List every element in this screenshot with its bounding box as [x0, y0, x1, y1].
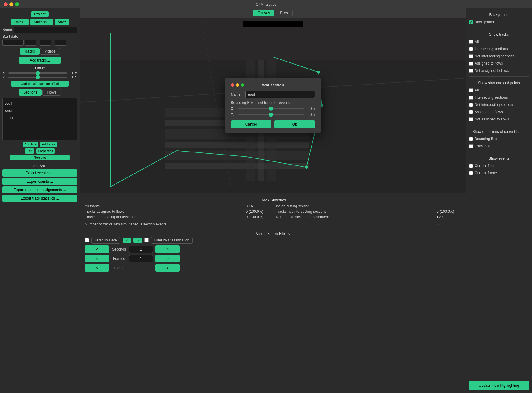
- dialog-y-slider[interactable]: [238, 114, 304, 115]
- time-hour-input[interactable]: [25, 40, 36, 46]
- seconds-input[interactable]: [129, 246, 153, 253]
- dialog-x-slider[interactable]: [238, 108, 304, 109]
- to-validate-label: Number of tracks to be validated:: [276, 215, 329, 219]
- detection-bounding-box-checkbox[interactable]: [469, 137, 473, 141]
- export-eventlist-button[interactable]: Export eventlist ...: [2, 169, 77, 177]
- startend-assigned-row: Assigned to flows: [469, 109, 529, 115]
- tab-files[interactable]: Files: [276, 10, 292, 16]
- date-prev-button[interactable]: <: [123, 238, 131, 243]
- list-item[interactable]: west: [5, 107, 75, 115]
- name-label: Name: [2, 28, 12, 32]
- tab-videos[interactable]: Videos: [40, 48, 60, 55]
- dialog-name-input[interactable]: [245, 91, 315, 98]
- tracks-not-intersecting-checkbox[interactable]: [469, 54, 473, 58]
- add-line-button[interactable]: Add line: [23, 142, 38, 147]
- tab-flows[interactable]: Flows: [42, 89, 61, 96]
- tracks-all-checkbox[interactable]: [469, 40, 473, 44]
- start-date-inputs: : :: [2, 40, 77, 46]
- date-next-button[interactable]: >: [133, 238, 142, 243]
- stat-to-validate: Number of tracks to be validated: 120: [276, 215, 461, 219]
- startend-not-intersecting-checkbox[interactable]: [469, 103, 473, 107]
- dialog-ok-button[interactable]: Ok: [274, 120, 315, 128]
- frames-next-button[interactable]: >: [155, 255, 180, 262]
- viz-event-row: < Event >: [85, 264, 461, 272]
- list-item[interactable]: north: [5, 114, 75, 122]
- viz-filter-row: Filter By Date < > Filter by Classificat…: [85, 237, 461, 244]
- remove-button[interactable]: Remove: [10, 155, 70, 160]
- close-button[interactable]: [4, 2, 8, 6]
- filter-by-class-button[interactable]: Filter by Classification: [151, 237, 193, 244]
- save-as-button[interactable]: Save as...: [30, 19, 53, 25]
- time-second-input[interactable]: [55, 40, 66, 46]
- event-next-button[interactable]: >: [155, 264, 180, 272]
- offset-x-slider[interactable]: [8, 72, 67, 74]
- edit-button[interactable]: Edit: [25, 148, 34, 154]
- intersecting-value: 0 (100.0%): [246, 215, 270, 219]
- seconds-label: Seconds: [111, 247, 127, 251]
- tab-sections[interactable]: Sections: [19, 89, 42, 96]
- dialog-maximize-icon[interactable]: [241, 83, 244, 87]
- startend-intersecting-checkbox[interactable]: [469, 96, 473, 100]
- filter-by-date-checkbox[interactable]: [85, 238, 89, 242]
- seconds-prev-button[interactable]: <: [85, 245, 109, 253]
- tracks-not-assigned-checkbox[interactable]: [469, 69, 473, 73]
- tracks-not-assigned-label: Not assigned to flows: [475, 69, 509, 73]
- project-badge: Project: [31, 11, 48, 17]
- detection-track-point-checkbox[interactable]: [469, 144, 473, 148]
- tab-tracks[interactable]: Tracks: [20, 48, 40, 55]
- startend-all-row: All: [469, 88, 529, 93]
- dialog-bbox-label: Bounding Box offset for enter-events:: [231, 101, 315, 105]
- add-tracks-button[interactable]: Add tracks...: [19, 57, 61, 64]
- edit-buttons: Edit Properties: [2, 148, 77, 154]
- update-section-offset-button[interactable]: Update with section offset: [11, 81, 69, 87]
- offset-y-value: 0.5: [69, 75, 77, 79]
- add-area-button[interactable]: Add area: [40, 142, 57, 147]
- canvas-area: Add section Name: Bounding Box offset fo…: [80, 18, 466, 193]
- frames-prev-button[interactable]: <: [85, 255, 109, 262]
- tab-canvas[interactable]: Canvas: [253, 10, 274, 16]
- startend-not-assigned-row: Not assigned to flows: [469, 117, 529, 122]
- update-flow-highlighting-button[interactable]: Update Flow Highlighting: [469, 381, 529, 390]
- properties-button[interactable]: Properties: [36, 148, 55, 154]
- event-prev-button[interactable]: <: [85, 264, 109, 272]
- dialog-cancel-button[interactable]: Cancel: [231, 120, 271, 128]
- offset-y-slider[interactable]: [8, 77, 67, 78]
- dialog-close-icon[interactable]: [231, 83, 234, 87]
- detection-track-point-row: Track point: [469, 143, 529, 149]
- background-checkbox[interactable]: [469, 20, 473, 24]
- events-current-frame-checkbox[interactable]: [469, 171, 473, 175]
- show-startend-section-title: Show start and end points: [469, 80, 529, 86]
- filter-by-date-button[interactable]: Filter By Date: [91, 237, 120, 244]
- project-buttons: Open... Save as... Save: [2, 19, 77, 25]
- tracks-all-row: All: [469, 39, 529, 44]
- dialog-minimize-icon[interactable]: [236, 83, 239, 87]
- startend-assigned-label: Assigned to flows: [475, 110, 503, 114]
- save-button[interactable]: Save: [55, 19, 69, 25]
- date-input[interactable]: [2, 40, 24, 46]
- tracks-intersecting-checkbox[interactable]: [469, 47, 473, 51]
- tracks-assigned-row: Assigned to flows: [469, 61, 529, 66]
- filter-by-class-checkbox[interactable]: [144, 238, 149, 242]
- startend-not-intersecting-label: Not intersecting sections: [475, 103, 514, 107]
- export-road-user-button[interactable]: Export road user assignments ...: [2, 186, 77, 193]
- list-item[interactable]: south: [5, 100, 75, 107]
- seconds-next-button[interactable]: >: [155, 245, 180, 253]
- startend-assigned-checkbox[interactable]: [469, 110, 473, 114]
- export-counts-button[interactable]: Export counts ...: [2, 178, 77, 185]
- name-input[interactable]: [14, 27, 77, 33]
- startend-all-checkbox[interactable]: [469, 88, 473, 92]
- tracks-intersecting-row: Intersecting sections: [469, 46, 529, 52]
- minimize-button[interactable]: [9, 2, 13, 6]
- startend-not-assigned-label: Not assigned to flows: [475, 117, 509, 121]
- time-minute-input[interactable]: [40, 40, 51, 46]
- events-current-filter-label: Current filter: [475, 164, 495, 168]
- events-current-filter-checkbox[interactable]: [469, 164, 473, 168]
- open-button[interactable]: Open...: [11, 19, 29, 25]
- startend-not-assigned-checkbox[interactable]: [469, 117, 473, 121]
- show-tracks-section-title: Show tracks: [469, 31, 529, 37]
- startend-all-label: All: [475, 88, 479, 92]
- tracks-assigned-checkbox[interactable]: [469, 62, 473, 66]
- maximize-button[interactable]: [15, 2, 19, 6]
- export-track-stats-button[interactable]: Export track statistics ...: [2, 195, 77, 202]
- frames-input[interactable]: [129, 255, 153, 262]
